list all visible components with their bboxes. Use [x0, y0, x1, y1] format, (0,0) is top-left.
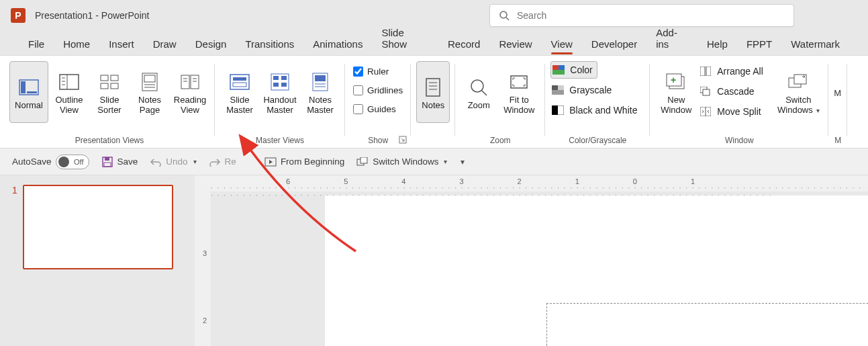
- chevron-down-icon: ▾: [444, 158, 447, 165]
- arrange-all-button[interactable]: Arrange All: [698, 62, 772, 80]
- tab-fppt[interactable]: FPPT: [737, 34, 781, 55]
- tab-transitions[interactable]: Transitions: [236, 34, 303, 55]
- svg-rect-10: [101, 75, 108, 81]
- group-master-views-label: Master Views: [256, 133, 304, 148]
- fit-to-window-button[interactable]: Fit toWindow: [498, 61, 540, 123]
- reading-view-button[interactable]: ReadingView: [171, 61, 209, 123]
- gridlines-check-input[interactable]: [353, 85, 363, 95]
- svg-line-1: [506, 17, 509, 20]
- qat-switch-windows-button[interactable]: Switch Windows ▾: [356, 156, 447, 168]
- slide-sorter-button[interactable]: SlideSorter: [90, 61, 129, 123]
- handout-master-button[interactable]: HandoutMaster: [260, 61, 299, 123]
- autosave-toggle[interactable]: AutoSave Off: [12, 155, 89, 169]
- group-zoom-label: Zoom: [490, 133, 511, 148]
- search-box[interactable]: [489, 4, 794, 27]
- tab-file[interactable]: File: [19, 34, 54, 55]
- black-white-mode-button[interactable]: Black and White: [550, 101, 641, 119]
- arrange-all-icon: [700, 65, 712, 77]
- from-beginning-button[interactable]: From Beginning: [264, 156, 344, 168]
- ribbon-tabs: File Home Insert Draw Design Transitions…: [0, 31, 868, 55]
- redo-button[interactable]: Re: [209, 156, 236, 168]
- switch-windows-small-icon: [356, 156, 369, 168]
- svg-rect-13: [111, 83, 118, 89]
- new-window-button[interactable]: + NewWindow: [655, 61, 697, 123]
- slide-master-button[interactable]: SlideMaster: [220, 61, 259, 123]
- handout-master-icon: [269, 71, 291, 93]
- tab-animations[interactable]: Animations: [303, 34, 372, 55]
- svg-rect-56: [706, 67, 711, 76]
- tab-home[interactable]: Home: [54, 34, 99, 55]
- chevron-down-icon: ▾: [193, 158, 197, 165]
- svg-rect-12: [101, 83, 108, 89]
- slide-thumbnail-pane[interactable]: 1: [0, 175, 195, 346]
- powerpoint-icon: P: [11, 8, 26, 23]
- tab-view[interactable]: View: [542, 34, 582, 55]
- color-mode-button[interactable]: Color: [550, 61, 597, 79]
- cascade-button[interactable]: Cascade: [698, 83, 772, 100]
- move-split-button[interactable]: Move Split: [698, 103, 772, 120]
- vertical-ruler: 3 2: [195, 175, 211, 346]
- show-dialog-launcher-icon[interactable]: [399, 136, 408, 145]
- svg-text:+: +: [671, 75, 676, 85]
- new-window-icon: +: [665, 71, 687, 93]
- autosave-switch[interactable]: Off: [56, 155, 89, 169]
- tab-watermark[interactable]: Watermark: [781, 34, 849, 55]
- move-split-icon: [700, 105, 712, 118]
- svg-rect-33: [315, 75, 326, 81]
- zoom-button[interactable]: Zoom: [461, 61, 497, 123]
- switch-windows-button[interactable]: SwitchWindows ▾: [773, 61, 823, 123]
- group-master-views: SlideMaster HandoutMaster NotesMaster Ma…: [215, 58, 345, 148]
- group-show: Ruler Gridlines Guides Show: [345, 58, 411, 148]
- guides-checkbox[interactable]: Guides: [350, 100, 399, 118]
- tab-record[interactable]: Record: [438, 34, 489, 55]
- fit-to-window-icon: [508, 71, 530, 93]
- outline-view-button[interactable]: OutlineView: [50, 61, 89, 123]
- redo-icon: [209, 156, 221, 168]
- notes-page-icon: [138, 71, 161, 93]
- tab-design[interactable]: Design: [186, 34, 236, 55]
- notes-master-button[interactable]: NotesMaster: [301, 61, 340, 123]
- svg-rect-29: [281, 76, 287, 80]
- undo-button[interactable]: Undo ▾: [150, 156, 196, 168]
- bw-swatch-icon: [552, 104, 564, 116]
- normal-view-button[interactable]: Normal: [9, 61, 48, 123]
- qat-customize-button[interactable]: ▾: [459, 157, 465, 167]
- save-icon: [101, 156, 113, 168]
- gridlines-checkbox[interactable]: Gridlines: [350, 81, 405, 99]
- svg-rect-65: [104, 163, 111, 167]
- svg-rect-51: [552, 105, 558, 115]
- slide-master-icon: [228, 71, 251, 93]
- slide-sorter-icon: [98, 71, 121, 93]
- svg-rect-4: [27, 91, 37, 93]
- guides-check-input[interactable]: [353, 104, 363, 114]
- tab-insert[interactable]: Insert: [99, 34, 144, 55]
- search-icon: [498, 9, 510, 21]
- title-placeholder[interactable]: [546, 303, 868, 346]
- slide-canvas[interactable]: [325, 196, 868, 346]
- search-input[interactable]: [517, 10, 785, 21]
- tab-review[interactable]: Review: [489, 34, 541, 55]
- normal-view-label: Normal: [15, 101, 43, 111]
- tab-addins[interactable]: Add-ins: [646, 23, 697, 55]
- slide-number-label: 1: [12, 185, 17, 339]
- group-color-grayscale: Color Grayscale Black and White Color/Gr…: [545, 58, 650, 148]
- tab-draw[interactable]: Draw: [144, 34, 186, 55]
- svg-point-41: [471, 80, 483, 92]
- svg-rect-11: [111, 75, 118, 81]
- slide-editing-area[interactable]: · · · · · · · · · · · · · · · · · · · · …: [211, 175, 868, 346]
- grayscale-mode-button[interactable]: Grayscale: [550, 81, 616, 99]
- ruler-checkbox[interactable]: Ruler: [350, 62, 391, 80]
- save-button[interactable]: Save: [101, 156, 138, 168]
- tab-developer[interactable]: Developer: [582, 34, 646, 55]
- chevron-down-icon: ▾: [461, 157, 465, 167]
- tab-help[interactable]: Help: [697, 34, 737, 55]
- notes-pane-button[interactable]: Notes: [416, 61, 450, 123]
- tab-slideshow[interactable]: Slide Show: [372, 23, 438, 55]
- ruler-check-input[interactable]: [353, 67, 363, 77]
- svg-rect-15: [144, 75, 155, 82]
- notes-page-button[interactable]: NotesPage: [130, 61, 169, 123]
- svg-rect-18: [181, 75, 189, 89]
- group-cutoff: M M: [828, 58, 847, 148]
- slide-thumbnail[interactable]: [23, 185, 173, 269]
- svg-rect-37: [426, 79, 440, 96]
